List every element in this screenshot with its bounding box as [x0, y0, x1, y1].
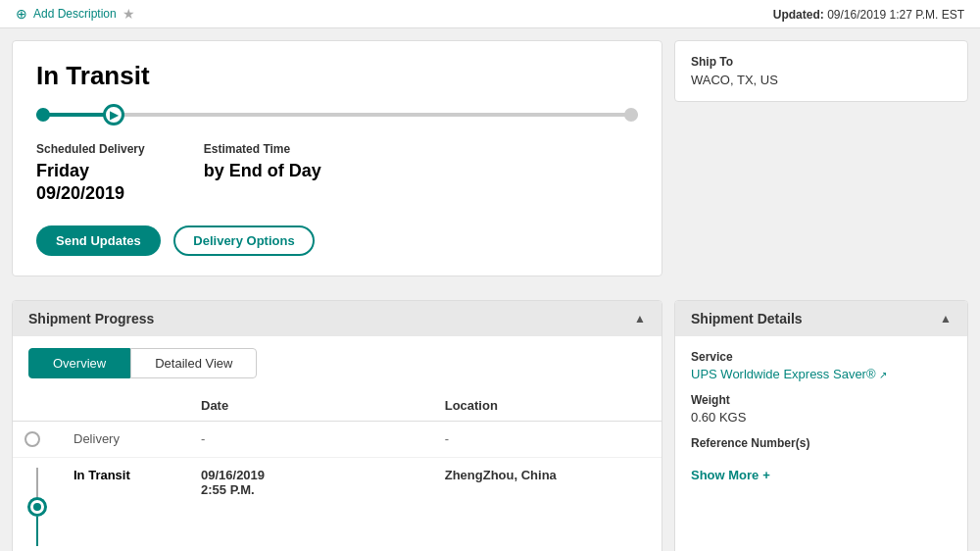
weight-label: Weight	[691, 393, 952, 407]
scheduled-delivery: Scheduled Delivery Friday 09/20/2019	[36, 142, 145, 206]
shipment-details-card: Shipment Details ▲ Service UPS Worldwide…	[674, 300, 968, 551]
progress-dot-current: ▶	[103, 104, 124, 125]
shipment-progress-header: Shipment Progress ▲	[13, 301, 662, 336]
date-dash: -	[201, 431, 205, 446]
scheduled-delivery-value: Friday 09/20/2019	[36, 160, 145, 206]
bottom-row: Shipment Progress ▲ Overview Detailed Vi…	[0, 300, 980, 551]
send-updates-button[interactable]: Send Updates	[36, 225, 161, 256]
table-row: In Transit 09/16/2019 2:55 P.M. ZhengZho…	[13, 457, 662, 551]
estimated-time-label: Estimated Time	[204, 142, 321, 156]
date-in-transit-line1: 09/16/2019	[201, 468, 421, 482]
collapse-details-icon[interactable]: ▲	[940, 312, 952, 326]
table-row: Delivery - -	[13, 421, 662, 457]
timeline-line-top	[36, 468, 38, 497]
event-cell: Delivery	[62, 421, 189, 457]
ship-to-value: WACO, TX, US	[691, 73, 952, 87]
shipment-progress-card: Shipment Progress ▲ Overview Detailed Vi…	[12, 300, 662, 551]
tab-detailed-view[interactable]: Detailed View	[130, 348, 257, 378]
status-cell	[13, 457, 62, 551]
shipment-progress-title: Shipment Progress	[28, 311, 154, 326]
location-dash: -	[445, 431, 449, 446]
service-link[interactable]: UPS Worldwide Express Saver®	[691, 367, 876, 381]
show-more-label: Show More	[691, 468, 759, 482]
location-cell: ZhengZhou, China	[433, 457, 662, 551]
plus-icon: +	[762, 468, 770, 482]
updated-info: Updated: 09/16/2019 1:27 P.M. EST	[773, 7, 964, 22]
col-location-header: Location	[433, 390, 662, 422]
estimated-time: Estimated Time by End of Day	[204, 142, 321, 206]
ship-to-card: Ship To WACO, TX, US	[674, 40, 968, 102]
action-buttons: Send Updates Delivery Options	[36, 225, 638, 256]
shipment-details-header: Shipment Details ▲	[675, 301, 967, 336]
location-in-transit: ZhengZhou, China	[445, 468, 557, 482]
shipment-details-title: Shipment Details	[691, 311, 803, 326]
status-cell	[13, 421, 62, 457]
add-description-link[interactable]: Add Description	[33, 7, 117, 21]
col-event-header	[62, 390, 189, 422]
event-name-delivery: Delivery	[74, 431, 120, 446]
event-cell: In Transit	[62, 457, 189, 551]
location-cell: -	[433, 421, 662, 457]
collapse-progress-icon[interactable]: ▲	[634, 312, 646, 326]
circle-current-inner	[33, 503, 41, 511]
circle-current-icon	[27, 497, 47, 517]
scheduled-delivery-label: Scheduled Delivery	[36, 142, 145, 156]
main-content: In Transit ▶ Scheduled Delivery Friday 0…	[0, 28, 980, 300]
top-bar: ⊕ Add Description ★ Updated: 09/16/2019 …	[0, 0, 980, 28]
date-cell: 09/16/2019 2:55 P.M.	[189, 457, 433, 551]
reference-label: Reference Number(s)	[691, 436, 952, 450]
right-panel: Ship To WACO, TX, US	[674, 40, 968, 288]
progress-table: Date Location Delivery -	[13, 390, 662, 551]
col-status-header	[13, 390, 62, 422]
weight-value: 0.60 KGS	[691, 410, 952, 425]
external-link-icon: ↗	[879, 370, 887, 380]
tabs-row: Overview Detailed View	[13, 336, 662, 390]
progress-track	[36, 113, 638, 117]
progress-dot-end	[624, 108, 638, 122]
delivery-options-button[interactable]: Delivery Options	[173, 225, 314, 256]
ship-to-label: Ship To	[691, 55, 952, 69]
progress-bar: ▶	[36, 105, 638, 125]
service-label: Service	[691, 350, 952, 364]
delivery-info: Scheduled Delivery Friday 09/20/2019 Est…	[36, 142, 638, 206]
in-transit-card: In Transit ▶ Scheduled Delivery Friday 0…	[12, 40, 662, 276]
show-more-button[interactable]: Show More +	[691, 468, 770, 482]
timeline-line-bottom	[36, 517, 38, 546]
star-icon[interactable]: ★	[122, 6, 135, 22]
date-in-transit-line2: 2:55 P.M.	[201, 482, 421, 497]
add-description-icon: ⊕	[16, 6, 27, 22]
details-body: Service UPS Worldwide Express Saver® ↗ W…	[675, 336, 967, 496]
event-name-in-transit: In Transit	[74, 468, 130, 482]
add-description-area: ⊕ Add Description ★	[16, 6, 135, 22]
estimated-time-value: by End of Day	[204, 160, 321, 182]
service-value: UPS Worldwide Express Saver® ↗	[691, 367, 952, 381]
progress-dot-start	[36, 108, 50, 122]
in-transit-title: In Transit	[36, 61, 638, 91]
col-date-header: Date	[189, 390, 433, 422]
left-panel: In Transit ▶ Scheduled Delivery Friday 0…	[12, 40, 662, 288]
date-cell: -	[189, 421, 433, 457]
circle-empty-icon	[24, 431, 40, 447]
tab-overview[interactable]: Overview	[28, 348, 130, 378]
progress-arrow-icon: ▶	[110, 109, 118, 122]
